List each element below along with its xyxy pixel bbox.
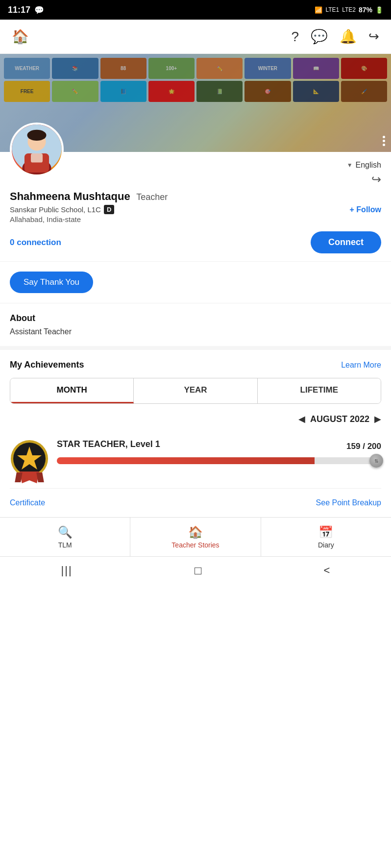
- profile-name-row: Shahmeena Mushtaque Teacher: [10, 190, 381, 203]
- teacher-stories-icon: 🏠: [188, 525, 203, 539]
- teacher-stories-label: Teacher Stories: [171, 541, 219, 549]
- follow-button[interactable]: + Follow: [350, 205, 381, 214]
- svg-rect-5: [31, 153, 43, 163]
- profile-name: Shahmeena Mushtaque: [10, 190, 130, 202]
- achievement-card: STAR TEACHER, Level 1 159 / 200 ⇅: [10, 434, 381, 489]
- share-icon[interactable]: ↪: [371, 173, 381, 186]
- whatsapp-icon: 💬: [34, 5, 44, 15]
- school-badge: D: [104, 205, 114, 214]
- bottom-nav: 🔍 TLM 🏠 Teacher Stories 📅 Diary: [0, 517, 391, 556]
- profile-section: ▼ English ↪ Shahmeena Mushtaque Teacher …: [0, 152, 391, 262]
- point-breakup-link[interactable]: See Point Breakup: [316, 498, 381, 507]
- say-thank-you-button[interactable]: Say Thank You: [10, 272, 93, 293]
- status-icons: 📶 LTE1 LTE2 87% 🔋: [315, 6, 383, 14]
- connect-button[interactable]: Connect: [311, 231, 381, 253]
- about-title: About: [10, 313, 381, 323]
- achievements-title: My Achievements: [10, 360, 84, 370]
- svg-point-3: [27, 130, 47, 141]
- about-section: About Assistant Teacher: [0, 303, 391, 350]
- chat-icon[interactable]: 💬: [311, 28, 328, 45]
- bell-icon[interactable]: 🔔: [340, 28, 357, 45]
- android-menu-button[interactable]: |||: [61, 564, 73, 577]
- avatar: [10, 123, 64, 176]
- star-teacher-badge: [10, 439, 49, 483]
- help-icon[interactable]: ?: [291, 29, 299, 45]
- certificate-link[interactable]: Certificate: [10, 498, 45, 507]
- android-nav-bar: ||| □ <: [0, 556, 391, 584]
- next-month-button[interactable]: ▶: [374, 414, 381, 424]
- bottom-nav-teacher-stories[interactable]: 🏠 Teacher Stories: [130, 518, 261, 556]
- connection-count[interactable]: 0 connection: [10, 238, 61, 248]
- handle-arrows-icon: ⇅: [374, 458, 378, 464]
- status-bar: 11:17 💬 📶 LTE1 LTE2 87% 🔋: [0, 0, 391, 20]
- android-back-button[interactable]: <: [324, 564, 330, 577]
- cover-menu-dots[interactable]: [383, 136, 385, 146]
- tlm-label: TLM: [58, 541, 72, 549]
- progress-bar: ⇅: [57, 457, 381, 464]
- diary-icon: 📅: [318, 525, 333, 539]
- achievements-section: My Achievements Learn More MONTH YEAR LI…: [0, 350, 391, 517]
- wifi-icon: 📶: [315, 6, 322, 14]
- month-label: AUGUST 2022: [310, 414, 369, 424]
- profile-school: Sanskar Public School, L1C D: [10, 205, 114, 214]
- tab-year[interactable]: YEAR: [134, 378, 257, 403]
- language-selector[interactable]: ▼ English: [347, 161, 381, 170]
- profile-location: Allahabad, India-state: [10, 215, 381, 223]
- signal-icon2: LTE2: [342, 6, 356, 13]
- achievement-name: STAR TEACHER, Level 1: [57, 439, 160, 449]
- nav-bar: 🏠 ? 💬 🔔 ↪: [0, 20, 391, 54]
- bottom-nav-diary[interactable]: 📅 Diary: [261, 518, 391, 556]
- month-nav: ◀ AUGUST 2022 ▶: [10, 414, 381, 424]
- diary-label: Diary: [318, 541, 334, 549]
- achievement-points: 159 / 200: [346, 442, 381, 451]
- profile-avatar-wrap: [10, 123, 64, 176]
- say-thankyou-section: Say Thank You: [0, 262, 391, 303]
- language-label: English: [356, 161, 381, 170]
- progress-handle: ⇅: [369, 454, 383, 468]
- tab-lifetime[interactable]: LIFETIME: [258, 378, 381, 403]
- logout-icon[interactable]: ↪: [368, 29, 379, 44]
- chevron-down-icon: ▼: [347, 162, 353, 169]
- android-home-button[interactable]: □: [195, 564, 202, 577]
- status-time: 11:17: [8, 5, 30, 15]
- achievement-details: STAR TEACHER, Level 1 159 / 200 ⇅: [57, 439, 381, 464]
- learn-more-link[interactable]: Learn More: [341, 361, 381, 370]
- achievements-tabs: MONTH YEAR LIFETIME: [10, 378, 381, 404]
- signal-icon1: LTE1: [325, 6, 339, 13]
- tab-month[interactable]: MONTH: [10, 378, 134, 403]
- tlm-icon: 🔍: [58, 525, 73, 539]
- prev-month-button[interactable]: ◀: [298, 414, 305, 424]
- battery-level: 87%: [359, 6, 372, 14]
- about-text: Assistant Teacher: [10, 327, 381, 336]
- progress-bar-fill: [57, 457, 315, 464]
- bottom-nav-tlm[interactable]: 🔍 TLM: [0, 518, 130, 556]
- home-nav-icon[interactable]: 🏠: [12, 28, 29, 45]
- connection-row: 0 connection Connect: [10, 231, 381, 253]
- battery-icon: 🔋: [375, 6, 383, 14]
- achievement-links: Certificate See Point Breakup: [10, 498, 381, 507]
- profile-role: Teacher: [136, 192, 168, 202]
